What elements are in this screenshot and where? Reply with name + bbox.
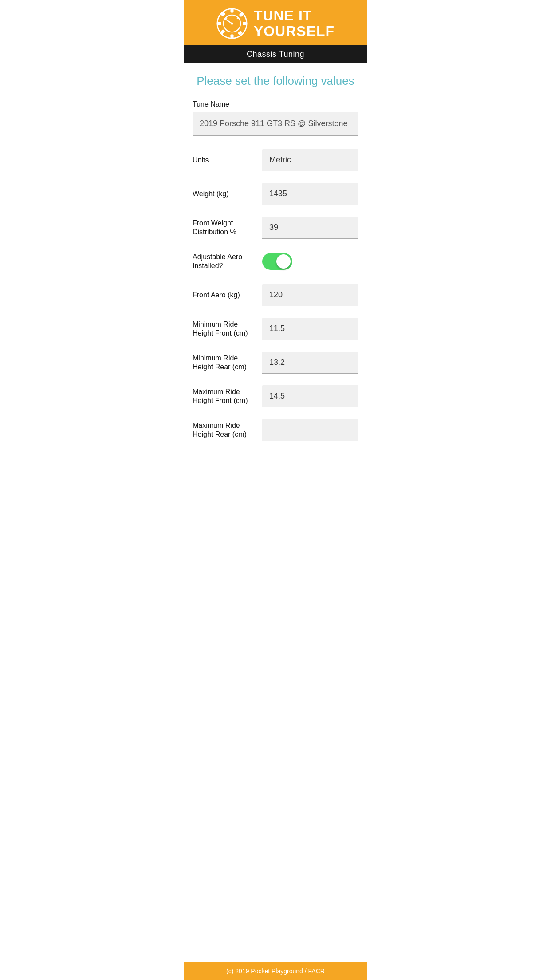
min-ride-front-input-wrapper xyxy=(262,318,358,340)
tune-name-input[interactable] xyxy=(193,112,358,136)
logo-container: TUNE IT YOURSELF xyxy=(216,8,335,39)
svg-rect-2 xyxy=(230,35,233,39)
units-input[interactable] xyxy=(262,149,358,171)
svg-rect-1 xyxy=(230,9,233,13)
min-ride-front-label: Minimum Ride Height Front (cm) xyxy=(193,320,262,339)
front-aero-label: Front Aero (kg) xyxy=(193,291,262,300)
main-content: Please set the following values Tune Nam… xyxy=(184,63,367,962)
section-instruction: Please set the following values xyxy=(193,74,358,88)
weight-input[interactable] xyxy=(262,183,358,205)
front-weight-input-wrapper xyxy=(262,217,358,239)
min-ride-rear-group: Minimum Ride Height Rear (cm) xyxy=(193,351,358,375)
front-aero-input[interactable] xyxy=(262,284,358,306)
front-aero-group: Front Aero (kg) xyxy=(193,283,358,307)
weight-input-wrapper xyxy=(262,183,358,205)
gear-icon xyxy=(216,8,248,39)
front-weight-input[interactable] xyxy=(262,217,358,239)
svg-rect-8 xyxy=(239,12,244,17)
adjustable-aero-toggle-wrapper xyxy=(262,253,358,270)
min-ride-front-group: Minimum Ride Height Front (cm) xyxy=(193,317,358,341)
adjustable-aero-label: Adjustable Aero Installed? xyxy=(193,253,262,271)
min-ride-rear-input[interactable] xyxy=(262,352,358,374)
toggle-slider xyxy=(262,253,292,270)
front-weight-group: Front Weight Distribution % xyxy=(193,216,358,240)
tune-name-group: Tune Name xyxy=(193,100,358,136)
max-ride-front-input-wrapper xyxy=(262,385,358,407)
weight-label: Weight (kg) xyxy=(193,190,262,199)
adjustable-aero-group: Adjustable Aero Installed? xyxy=(193,249,358,273)
max-ride-rear-input[interactable] xyxy=(262,419,358,441)
max-ride-front-group: Maximum Ride Height Front (cm) xyxy=(193,384,358,408)
units-group: Units xyxy=(193,148,358,172)
units-label: Units xyxy=(193,156,262,165)
weight-group: Weight (kg) xyxy=(193,182,358,206)
footer: (c) 2019 Pocket Playground / FACR xyxy=(184,962,367,980)
svg-line-10 xyxy=(225,19,232,24)
svg-point-14 xyxy=(231,23,233,25)
svg-rect-4 xyxy=(243,22,247,25)
max-ride-front-input[interactable] xyxy=(262,385,358,407)
svg-rect-3 xyxy=(217,22,221,25)
front-weight-label: Front Weight Distribution % xyxy=(193,219,262,237)
svg-rect-5 xyxy=(220,12,225,17)
header-title: TUNE IT YOURSELF xyxy=(254,8,335,39)
units-input-wrapper xyxy=(262,149,358,171)
tune-name-label: Tune Name xyxy=(193,100,358,108)
front-aero-input-wrapper xyxy=(262,284,358,306)
footer-text: (c) 2019 Pocket Playground / FACR xyxy=(226,968,325,975)
min-ride-rear-label: Minimum Ride Height Rear (cm) xyxy=(193,354,262,372)
min-ride-front-input[interactable] xyxy=(262,318,358,340)
max-ride-rear-label: Maximum Ride Height Rear (cm) xyxy=(193,421,262,440)
max-ride-front-label: Maximum Ride Height Front (cm) xyxy=(193,387,262,406)
max-ride-rear-group: Maximum Ride Height Rear (cm) xyxy=(193,418,358,442)
min-ride-rear-input-wrapper xyxy=(262,352,358,374)
max-ride-rear-input-wrapper xyxy=(262,419,358,441)
app-header: TUNE IT YOURSELF xyxy=(184,0,367,45)
svg-line-12 xyxy=(237,18,238,19)
sub-header: Chassis Tuning xyxy=(184,45,367,63)
adjustable-aero-toggle[interactable] xyxy=(262,253,292,270)
svg-line-13 xyxy=(226,18,227,19)
